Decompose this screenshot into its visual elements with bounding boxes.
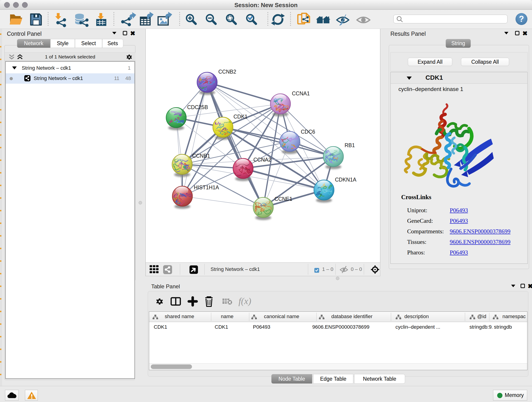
- svg-text:f(x): f(x): [239, 296, 251, 306]
- svg-text:CDC6: CDC6: [301, 129, 315, 135]
- svg-text:CCNB2: CCNB2: [218, 69, 236, 75]
- svg-text:CCNE1: CCNE1: [274, 196, 292, 202]
- svg-text:CCNA1: CCNA1: [292, 90, 310, 96]
- svg-text:CDKN1A: CDKN1A: [335, 177, 356, 183]
- svg-text:CDC25B: CDC25B: [187, 104, 208, 110]
- svg-text:CCNB1: CCNB1: [192, 153, 210, 159]
- svg-text:RB1: RB1: [345, 142, 355, 148]
- svg-text:CDK1: CDK1: [234, 114, 247, 120]
- svg-text:CCNA2: CCNA2: [253, 157, 271, 163]
- svg-text:HIST1H1A: HIST1H1A: [194, 185, 219, 191]
